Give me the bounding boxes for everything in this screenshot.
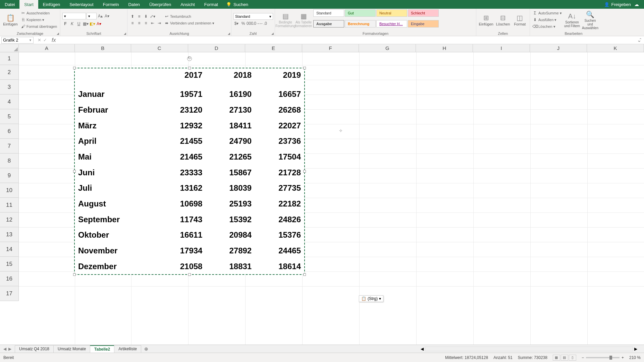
row-header-17[interactable]: 17 — [0, 286, 18, 301]
col-header-E[interactable]: E — [245, 44, 302, 52]
zoom-percent[interactable]: 210 % — [629, 355, 641, 360]
sheet-nav-prev-icon[interactable]: ◀ — [3, 347, 6, 351]
row-header-10[interactable]: 10 — [0, 183, 18, 198]
selected-picture-object[interactable]: 201720182019Januar195711619016657Februar… — [74, 68, 305, 275]
zoom-thumb[interactable] — [609, 356, 612, 360]
style-ausgabe[interactable]: Ausgabe — [313, 20, 344, 27]
resize-handle-bl[interactable] — [73, 273, 76, 276]
cancel-formula-icon[interactable]: ✕ — [38, 38, 41, 43]
row-header-4[interactable]: 4 — [0, 95, 18, 109]
clear-button[interactable]: ⌫Löschen ▾ — [532, 23, 562, 29]
copy-button[interactable]: ⎘Kopieren ▾ — [20, 17, 58, 23]
zoom-out-button[interactable]: − — [582, 355, 584, 360]
alignment-dialog-launcher[interactable]: ◢ — [228, 32, 230, 35]
font-dialog-launcher[interactable]: ◢ — [124, 32, 126, 35]
font-color-button[interactable]: A▾ — [96, 21, 102, 27]
col-header-K[interactable]: K — [587, 44, 644, 52]
border-button[interactable]: ▦▾ — [83, 21, 89, 27]
style-berechnung[interactable]: Berechnung — [345, 20, 376, 27]
row-header-16[interactable]: 16 — [0, 272, 18, 286]
fill-color-button[interactable]: ◧▾ — [89, 21, 95, 27]
increase-font-button[interactable]: A▴ — [97, 13, 103, 19]
row-header-1[interactable]: 1 — [0, 52, 18, 65]
resize-handle-bm[interactable] — [188, 273, 191, 276]
clipboard-dialog-launcher[interactable]: ◢ — [57, 32, 59, 35]
delete-cells-button[interactable]: ⊟Löschen — [495, 9, 511, 30]
style-standard[interactable]: Standard — [313, 9, 344, 17]
italic-button[interactable]: K — [69, 21, 75, 27]
col-header-G[interactable]: G — [359, 44, 416, 52]
align-right-button[interactable]: ≡ — [143, 20, 149, 26]
zoom-in-button[interactable]: + — [622, 355, 624, 360]
col-header-D[interactable]: D — [188, 44, 245, 52]
row-header-8[interactable]: 8 — [0, 154, 18, 168]
name-box[interactable]: Grafik 2 ▼ — [1, 37, 34, 44]
indent-inc-button[interactable]: ⇥ — [156, 20, 162, 26]
orientation-button[interactable]: ⤢▾ — [150, 13, 156, 19]
sheet-tab[interactable]: Tabelle2 — [90, 345, 114, 353]
sheet-nav-next-icon[interactable]: ▶ — [8, 347, 11, 351]
normal-view-button[interactable]: ▦ — [553, 355, 560, 361]
hscroll-track[interactable] — [425, 347, 633, 351]
resize-handle-br[interactable] — [303, 273, 306, 276]
cell-styles-gallery[interactable]: Standard Gut Neutral Schlecht Ausgabe Be… — [313, 9, 439, 30]
row-header-6[interactable]: 6 — [0, 124, 18, 139]
row-header-14[interactable]: 14 — [0, 242, 18, 257]
sheet-tab[interactable]: Umsatz Monate — [53, 345, 90, 353]
col-header-I[interactable]: I — [473, 44, 530, 52]
font-name-combo[interactable]: ▾ — [62, 13, 86, 19]
fill-button[interactable]: ⬇Ausfüllen ▾ — [532, 17, 562, 23]
enter-formula-icon[interactable]: ✓ — [43, 38, 47, 43]
row-header-15[interactable]: 15 — [0, 257, 18, 272]
find-select-button[interactable]: 🔍Suchen und Auswählen — [582, 9, 599, 30]
tab-ansicht[interactable]: Ansicht — [176, 0, 200, 9]
format-as-table-button[interactable]: ▦ Als Tabelle formatieren — [295, 9, 312, 30]
tab-format[interactable]: Format — [200, 0, 223, 9]
cut-button[interactable]: ✂Ausschneiden — [20, 10, 58, 16]
page-break-button[interactable]: ▯ — [569, 355, 576, 361]
row-header-5[interactable]: 5 — [0, 109, 18, 124]
resize-handle-mr[interactable] — [303, 170, 306, 173]
thousands-button[interactable]: 000 — [247, 20, 253, 26]
format-cells-button[interactable]: ◫Format — [512, 9, 528, 30]
add-sheet-button[interactable]: ⊕ — [141, 346, 152, 352]
format-painter-button[interactable]: 🖌Format übertragen — [20, 23, 58, 29]
style-eingabe[interactable]: Eingabe — [408, 20, 439, 27]
resize-handle-ml[interactable] — [73, 170, 76, 173]
dec-decimal-button[interactable]: ←.0 — [260, 20, 266, 26]
align-top-button[interactable]: ⬆ — [129, 13, 136, 19]
conditional-format-button[interactable]: ▤ Bedingte Formatierung — [277, 9, 294, 30]
paste-button[interactable]: 📋 Einfügen — [2, 9, 19, 30]
hscroll-right-icon[interactable]: ▶ — [634, 347, 637, 351]
autosum-button[interactable]: ΣAutoSumme ▾ — [532, 10, 562, 16]
rotate-handle[interactable] — [187, 56, 192, 61]
align-left-button[interactable]: ≡ — [129, 20, 136, 26]
sheet-tab[interactable]: Artikelliste — [114, 345, 141, 353]
indent-dec-button[interactable]: ⇤ — [150, 20, 156, 26]
bold-button[interactable]: F — [62, 21, 68, 27]
tab-formeln[interactable]: Formeln — [98, 0, 124, 9]
zoom-track[interactable] — [586, 357, 620, 358]
column-headers[interactable]: ABCDEFGHIJK — [19, 44, 644, 52]
formula-input[interactable] — [58, 37, 634, 44]
currency-button[interactable]: $▾ — [233, 20, 239, 26]
hscroll-left-icon[interactable]: ◀ — [421, 347, 424, 351]
paste-options-button[interactable]: 📋 (Strg) ▾ — [359, 295, 383, 302]
sheet-tab[interactable]: Umsatz Q4 2018 — [15, 345, 54, 353]
resize-handle-tm[interactable] — [188, 67, 191, 69]
style-neutral[interactable]: Neutral — [376, 9, 407, 17]
sort-filter-button[interactable]: A↓Sortieren und Filtern — [564, 9, 581, 30]
col-header-B[interactable]: B — [75, 44, 131, 52]
sheet-nav[interactable]: ◀ ▶ — [0, 347, 15, 351]
style-besuchter[interactable]: Besuchter H... — [376, 20, 407, 27]
row-header-3[interactable]: 3 — [0, 80, 18, 95]
font-size-combo[interactable]: ▾ — [87, 13, 97, 19]
cells-area[interactable]: 201720182019Januar195711619016657Februar… — [19, 52, 644, 347]
resize-handle-tr[interactable] — [303, 67, 306, 69]
row-header-12[interactable]: 12 — [0, 213, 18, 227]
tab-datei[interactable]: Datei — [0, 0, 19, 9]
col-header-J[interactable]: J — [530, 44, 587, 52]
merge-button[interactable]: ⬌Verbinden und zentrieren ▾ — [164, 20, 215, 26]
style-schlecht[interactable]: Schlecht — [408, 9, 439, 17]
row-header-9[interactable]: 9 — [0, 168, 18, 183]
